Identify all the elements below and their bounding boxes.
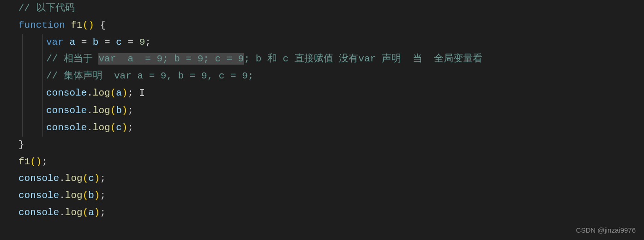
code-line[interactable]: var a = b = c = 9; <box>18 34 626 51</box>
code-line[interactable]: } <box>18 137 626 154</box>
code-editor[interactable]: // 以下代码 function f1() { var a = b = c = … <box>18 0 626 222</box>
code-line[interactable]: console.log(a); <box>18 204 626 222</box>
method-log: log <box>93 88 110 98</box>
keyword-var: var <box>46 37 64 48</box>
code-line[interactable]: // 集体声明 var a = 9, b = 9, c = 9; <box>18 68 626 85</box>
console-object: console <box>46 88 87 98</box>
code-line[interactable]: console.log(b); <box>18 102 626 120</box>
comment: // 相当于 var a = 9; b = 9; c = 9; b 和 c 直接… <box>46 53 482 65</box>
code-line[interactable]: console.log(a);I <box>18 85 626 103</box>
code-line[interactable]: console.log(c); <box>18 170 626 187</box>
parens: () <box>83 20 94 30</box>
text-selection: var a = 9; b = 9; c = 9 <box>98 53 244 65</box>
watermark: CSDN @jinzai9976 <box>576 224 636 236</box>
code-line[interactable]: function f1() { <box>18 17 626 34</box>
code-line[interactable]: console.log(c); <box>18 120 626 137</box>
comment: // 集体声明 var a = 9, b = 9, c = 9; <box>46 71 253 81</box>
code-line[interactable]: // 相当于 var a = 9; b = 9; c = 9; b 和 c 直接… <box>18 51 626 68</box>
keyword-function: function <box>18 20 65 30</box>
comment: // 以下代码 <box>18 3 75 13</box>
text-cursor-icon: I <box>139 85 145 103</box>
function-name: f1 <box>71 20 82 30</box>
code-line[interactable]: // 以下代码 <box>18 0 626 17</box>
code-line[interactable]: console.log(b); <box>18 187 626 204</box>
code-line[interactable]: f1(); <box>18 154 626 171</box>
